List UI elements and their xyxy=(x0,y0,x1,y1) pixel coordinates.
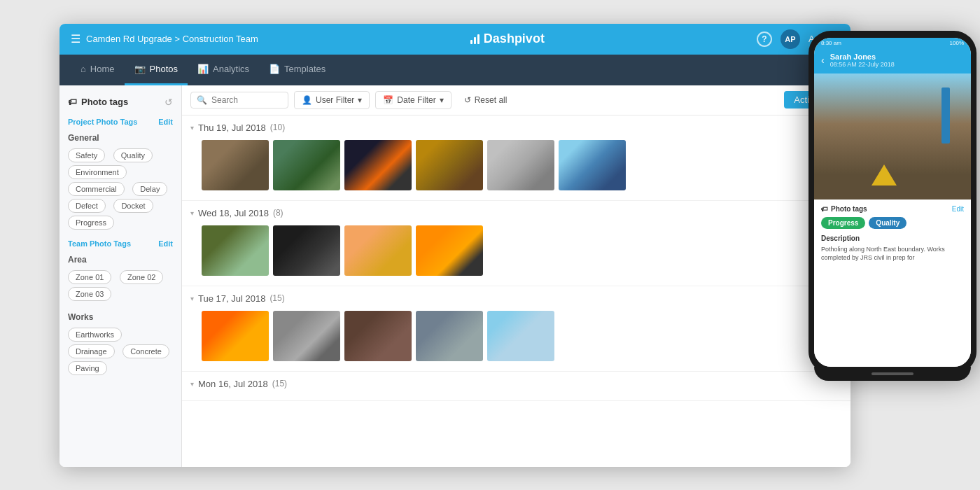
date-filter-label: Date Filter xyxy=(397,95,435,105)
tag-zone02[interactable]: Zone 02 xyxy=(120,270,163,284)
analytics-icon: 📊 xyxy=(197,64,209,74)
tag-environment[interactable]: Environment xyxy=(68,165,127,179)
tag-safety[interactable]: Safety xyxy=(68,148,105,162)
mobile-edit-button[interactable]: Edit xyxy=(952,205,964,213)
area-tags-container: Zone 01 Zone 02 Zone 03 xyxy=(59,267,181,307)
date-section-0: ▾ Thu 19, Jul 2018 (10) xyxy=(182,115,850,201)
mobile-header-info: Sarah Jones 08:56 AM 22-July 2018 xyxy=(830,52,964,68)
toolbar: 🔍 👤 User Filter ▾ 📅 Date Filter ▾ xyxy=(182,85,850,115)
user-filter-button[interactable]: 👤 User Filter ▾ xyxy=(294,91,370,109)
tag-defect[interactable]: Defect xyxy=(68,199,106,213)
date-header-1: ▾ Wed 18, Jul 2018 (8) xyxy=(190,208,842,218)
chevron-down-icon: ▾ xyxy=(358,95,362,105)
home-icon: ⌂ xyxy=(80,64,86,74)
tag-commercial[interactable]: Commercial xyxy=(68,182,125,196)
nav-item-analytics[interactable]: 📊 Analytics xyxy=(188,55,259,85)
photo-thumb[interactable] xyxy=(344,225,412,276)
hamburger-icon[interactable]: ☰ xyxy=(71,32,80,46)
mobile-time: 8:30 am xyxy=(821,40,841,46)
date-label-2: Tue 17, Jul 2018 xyxy=(198,293,265,304)
tag-earthworks[interactable]: Earthworks xyxy=(68,328,122,342)
tag-quality[interactable]: Quality xyxy=(113,148,153,162)
tag-concrete[interactable]: Concrete xyxy=(122,344,169,358)
mobile-back-button[interactable]: ‹ xyxy=(821,55,825,66)
sidebar-reset-button[interactable]: ↺ xyxy=(164,97,173,108)
date-section-3: ▾ Mon 16, Jul 2018 (15) xyxy=(182,372,850,401)
mobile-battery: 100% xyxy=(950,40,964,46)
reset-button[interactable]: ↺ Reset all xyxy=(457,92,514,108)
user-filter-label: User Filter xyxy=(316,95,354,105)
reset-icon: ↺ xyxy=(464,95,471,105)
mobile-timestamp: 08:56 AM 22-July 2018 xyxy=(830,61,964,68)
nav-item-templates[interactable]: 📄 Templates xyxy=(259,55,335,85)
chevron-down-icon2: ▾ xyxy=(440,95,444,105)
photo-thumb[interactable] xyxy=(273,140,340,190)
nav-item-home[interactable]: ⌂ Home xyxy=(71,55,125,85)
date-header-3: ▾ Mon 16, Jul 2018 (15) xyxy=(190,379,842,389)
mobile-frame: 8:30 am 100% ‹ Sarah Jones 08:56 AM 22-J… xyxy=(808,31,976,374)
photo-thumb[interactable] xyxy=(416,140,483,190)
date-label-3: Mon 16, Jul 2018 xyxy=(198,379,268,389)
reset-label: Reset all xyxy=(475,95,507,105)
expand-icon-1[interactable]: ▾ xyxy=(190,209,194,217)
photo-thumb[interactable] xyxy=(559,140,626,190)
project-photo-tags-label: Project Photo Tags Edit xyxy=(59,113,181,127)
tag-progress[interactable]: Progress xyxy=(68,216,114,230)
works-tags-container: Earthworks Drainage Concrete Paving xyxy=(59,325,181,381)
date-count-0: (10) xyxy=(270,122,285,132)
tag-zone01[interactable]: Zone 01 xyxy=(68,270,111,284)
photo-thumb[interactable] xyxy=(202,311,269,361)
search-box[interactable]: 🔍 xyxy=(190,92,288,108)
photo-thumb[interactable] xyxy=(416,225,483,276)
expand-icon-3[interactable]: ▾ xyxy=(190,380,194,388)
photo-thumb[interactable] xyxy=(273,225,340,276)
sidebar: 🏷 Photo tags ↺ Project Photo Tags Edit G… xyxy=(59,85,182,467)
help-button[interactable]: ? xyxy=(757,31,772,47)
photo-thumb[interactable] xyxy=(202,140,269,190)
date-header-0: ▾ Thu 19, Jul 2018 (10) xyxy=(190,122,842,133)
photo-thumb[interactable] xyxy=(487,311,554,361)
avatar[interactable]: AP xyxy=(780,29,800,49)
mobile-tags-header: 🏷 Photo tags Edit xyxy=(821,205,964,213)
mobile-user-name: Sarah Jones xyxy=(830,52,964,61)
content-area: 🏷 Photo tags ↺ Project Photo Tags Edit G… xyxy=(59,85,850,467)
mobile-photo-pipe xyxy=(941,88,950,144)
team-edit-button[interactable]: Edit xyxy=(158,239,173,248)
photo-thumb[interactable] xyxy=(344,311,412,361)
expand-icon-0[interactable]: ▾ xyxy=(190,124,194,132)
nav-item-photos[interactable]: 📷 Photos xyxy=(125,55,188,85)
tag-drainage[interactable]: Drainage xyxy=(68,344,115,358)
photo-grid-1 xyxy=(190,225,842,281)
tag-delay[interactable]: Delay xyxy=(132,182,167,196)
expand-icon-2[interactable]: ▾ xyxy=(190,295,194,302)
photo-thumb[interactable] xyxy=(202,225,269,276)
calendar-icon: 📅 xyxy=(383,95,393,105)
date-label-1: Wed 18, Jul 2018 xyxy=(198,208,269,218)
date-filter-button[interactable]: 📅 Date Filter ▾ xyxy=(375,91,451,109)
photo-thumb[interactable] xyxy=(487,140,554,190)
date-count-2: (15) xyxy=(270,293,284,303)
tag-paving[interactable]: Paving xyxy=(68,361,107,375)
sidebar-title: 🏷 Photo tags xyxy=(68,97,128,107)
photo-thumb[interactable] xyxy=(344,140,412,190)
mobile-photo-area[interactable] xyxy=(814,74,971,200)
mobile-home-indicator xyxy=(814,367,971,381)
mobile-tags-title: 🏷 Photo tags xyxy=(821,205,867,213)
app-logo-area: Dashpivot xyxy=(470,31,545,46)
mobile-header: ‹ Sarah Jones 08:56 AM 22-July 2018 xyxy=(814,48,971,74)
mobile-tag-progress[interactable]: Progress xyxy=(821,217,865,229)
nav-bar: ⌂ Home 📷 Photos 📊 Analytics 📄 Templates xyxy=(59,55,850,85)
photo-thumb[interactable] xyxy=(416,311,483,361)
mobile-tag-quality[interactable]: Quality xyxy=(869,217,906,229)
project-edit-button[interactable]: Edit xyxy=(158,118,173,126)
tag-docket[interactable]: Docket xyxy=(113,199,153,213)
app-name: Dashpivot xyxy=(484,31,545,46)
mobile-photo-triangle xyxy=(872,164,897,186)
photo-thumb[interactable] xyxy=(273,311,340,361)
mobile-screen: 8:30 am 100% ‹ Sarah Jones 08:56 AM 22-J… xyxy=(814,38,971,367)
search-input[interactable] xyxy=(211,95,282,105)
mobile-tags-row: Progress Quality xyxy=(821,217,964,229)
tag-zone03[interactable]: Zone 03 xyxy=(68,287,111,301)
camera-icon: 📷 xyxy=(134,64,146,74)
date-section-2: ▾ Tue 17, Jul 2018 (15) xyxy=(182,286,850,372)
